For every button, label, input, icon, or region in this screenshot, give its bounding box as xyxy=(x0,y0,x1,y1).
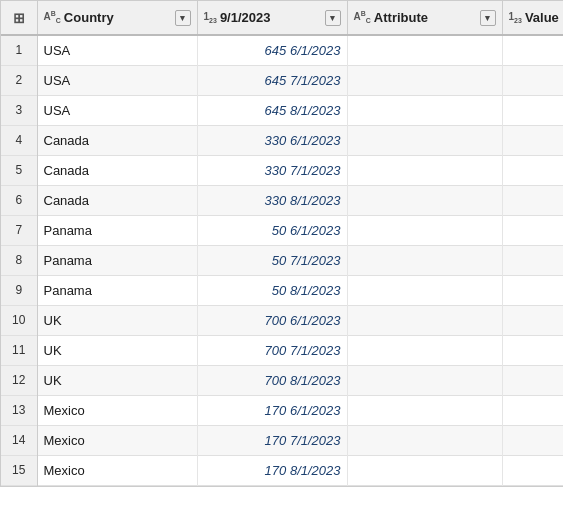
date-cell: 50 7/1/2023 xyxy=(197,245,347,275)
attribute-cell xyxy=(347,215,502,245)
value-cell: 567 xyxy=(502,95,563,125)
date-cell: 170 6/1/2023 xyxy=(197,395,347,425)
value-column-label: Value xyxy=(525,10,563,25)
row-number: 14 xyxy=(1,425,37,455)
country-cell: Mexico xyxy=(37,425,197,455)
table-row: 9Panama50 8/1/202380 xyxy=(1,275,563,305)
country-column-header[interactable]: ABC Country ▾ xyxy=(37,1,197,35)
value-cell: 357 xyxy=(502,125,563,155)
country-type-icon: ABC xyxy=(44,10,61,24)
table-row: 7Panama50 6/1/202320 xyxy=(1,215,563,245)
table-row: 13Mexico170 6/1/2023150 xyxy=(1,395,563,425)
row-number: 6 xyxy=(1,185,37,215)
value-cell: 400 xyxy=(502,365,563,395)
table-row: 10UK700 6/1/2023543 xyxy=(1,305,563,335)
date-cell: 645 7/1/2023 xyxy=(197,65,347,95)
date-cell: 50 8/1/2023 xyxy=(197,275,347,305)
table-row: 1USA645 6/1/2023785 xyxy=(1,35,563,65)
table-row: 2USA645 7/1/2023450 xyxy=(1,65,563,95)
row-number: 1 xyxy=(1,35,37,65)
attribute-cell xyxy=(347,275,502,305)
date-cell: 50 6/1/2023 xyxy=(197,215,347,245)
attribute-cell xyxy=(347,335,502,365)
value-cell: 80 xyxy=(502,275,563,305)
country-cell: Canada xyxy=(37,125,197,155)
attribute-column-header[interactable]: ABC Attribute ▾ xyxy=(347,1,502,35)
country-cell: Canada xyxy=(37,155,197,185)
row-number: 12 xyxy=(1,365,37,395)
country-cell: USA xyxy=(37,65,197,95)
table-row: 11UK700 7/1/2023435 xyxy=(1,335,563,365)
country-cell: UK xyxy=(37,305,197,335)
date-cell: 645 6/1/2023 xyxy=(197,35,347,65)
row-number: 3 xyxy=(1,95,37,125)
value-cell: 180 xyxy=(502,425,563,455)
table-row: 3USA645 8/1/2023567 xyxy=(1,95,563,125)
date-type-icon: 123 xyxy=(204,11,217,24)
country-cell: UK xyxy=(37,335,197,365)
date-cell: 330 6/1/2023 xyxy=(197,125,347,155)
value-column-header[interactable]: 123 Value ▾ xyxy=(502,1,563,35)
country-cell: Panama xyxy=(37,215,197,245)
attribute-cell xyxy=(347,95,502,125)
row-number: 8 xyxy=(1,245,37,275)
date-cell: 645 8/1/2023 xyxy=(197,95,347,125)
table-row: 14Mexico170 7/1/2023180 xyxy=(1,425,563,455)
value-cell: 40 xyxy=(502,245,563,275)
country-cell: Panama xyxy=(37,275,197,305)
attribute-dropdown-button[interactable]: ▾ xyxy=(480,10,496,26)
value-type-icon: 123 xyxy=(509,11,522,24)
value-cell: 543 xyxy=(502,305,563,335)
table-row: 15Mexico170 8/1/2023204 xyxy=(1,455,563,485)
value-cell: 450 xyxy=(502,65,563,95)
country-cell: Mexico xyxy=(37,395,197,425)
data-table: ⊞ ABC Country ▾ 123 9/1/2023 ▾ xyxy=(0,0,563,487)
table-row: 5Canada330 7/1/2023421 xyxy=(1,155,563,185)
table-row: 6Canada330 8/1/2023254 xyxy=(1,185,563,215)
date-cell: 170 7/1/2023 xyxy=(197,425,347,455)
value-cell: 435 xyxy=(502,335,563,365)
date-cell: 700 7/1/2023 xyxy=(197,335,347,365)
date-cell: 700 6/1/2023 xyxy=(197,305,347,335)
row-number: 15 xyxy=(1,455,37,485)
country-cell: USA xyxy=(37,95,197,125)
country-cell: USA xyxy=(37,35,197,65)
table-row: 4Canada330 6/1/2023357 xyxy=(1,125,563,155)
value-cell: 785 xyxy=(502,35,563,65)
attribute-cell xyxy=(347,155,502,185)
attribute-cell xyxy=(347,185,502,215)
country-dropdown-button[interactable]: ▾ xyxy=(175,10,191,26)
attribute-cell xyxy=(347,65,502,95)
value-cell: 254 xyxy=(502,185,563,215)
date-cell: 700 8/1/2023 xyxy=(197,365,347,395)
row-number: 2 xyxy=(1,65,37,95)
value-cell: 20 xyxy=(502,215,563,245)
attribute-cell xyxy=(347,455,502,485)
date-cell: 330 8/1/2023 xyxy=(197,185,347,215)
row-number: 13 xyxy=(1,395,37,425)
date-column-header[interactable]: 123 9/1/2023 ▾ xyxy=(197,1,347,35)
date-dropdown-button[interactable]: ▾ xyxy=(325,10,341,26)
value-cell: 421 xyxy=(502,155,563,185)
attribute-type-icon: ABC xyxy=(354,10,371,24)
attribute-cell xyxy=(347,395,502,425)
attribute-cell xyxy=(347,35,502,65)
country-column-label: Country xyxy=(64,10,172,25)
attribute-column-label: Attribute xyxy=(374,10,477,25)
row-number: 9 xyxy=(1,275,37,305)
attribute-cell xyxy=(347,365,502,395)
date-cell: 170 8/1/2023 xyxy=(197,455,347,485)
table-row: 8Panama50 7/1/202340 xyxy=(1,245,563,275)
row-number: 10 xyxy=(1,305,37,335)
row-number-header: ⊞ xyxy=(1,1,37,35)
grid-icon: ⊞ xyxy=(13,10,25,26)
row-number: 11 xyxy=(1,335,37,365)
row-number: 5 xyxy=(1,155,37,185)
value-cell: 150 xyxy=(502,395,563,425)
country-cell: Panama xyxy=(37,245,197,275)
country-cell: Canada xyxy=(37,185,197,215)
date-cell: 330 7/1/2023 xyxy=(197,155,347,185)
row-number: 7 xyxy=(1,215,37,245)
attribute-cell xyxy=(347,245,502,275)
attribute-cell xyxy=(347,125,502,155)
